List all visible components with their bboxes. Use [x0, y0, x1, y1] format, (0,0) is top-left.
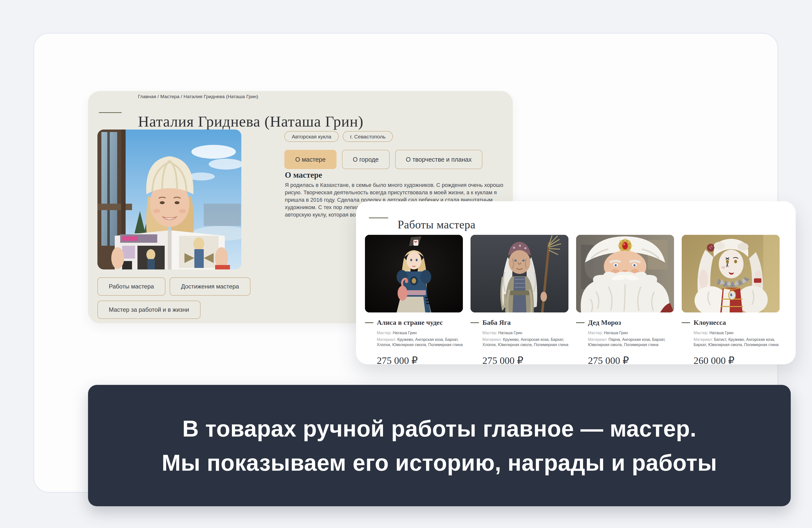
material-label: Материал: — [694, 337, 713, 342]
product-image-alice[interactable] — [365, 235, 463, 312]
product-price: 275 000 ₽ — [482, 355, 568, 366]
tab-about-city[interactable]: О городе — [342, 150, 390, 169]
product-card-klounessa[interactable]: Клоунесса Мастер: Наташа Грин Материал: … — [682, 235, 780, 366]
master-photo — [98, 130, 241, 269]
works-title-dash-decoration — [369, 218, 388, 218]
achievements-button[interactable]: Достижения мастера — [170, 277, 250, 296]
product-name-row[interactable]: Баба Яга — [470, 318, 568, 327]
product-name-row[interactable]: Дед Мороз — [576, 318, 674, 327]
name-dash-decoration — [365, 322, 373, 323]
product-meta: Мастер: Наташа Грин Материал: Парча, Анг… — [588, 330, 675, 347]
product-meta: Мастер: Наташа Грин Материал: Кружево, А… — [377, 330, 463, 347]
master-label: Мастер: — [694, 331, 708, 335]
material-label: Материал: — [377, 337, 396, 342]
name-dash-decoration — [682, 322, 690, 323]
works-panel: Работы мастера — [356, 201, 796, 364]
tab-about-plans[interactable]: О творчестве и планах — [395, 150, 483, 169]
breadcrumb[interactable]: Главная / Мастера / Наталия Гриднева (На… — [138, 94, 258, 99]
banner-line-2: Мы показываем его историю, награды и раб… — [162, 446, 717, 480]
profile-tabs: О мастере О городе О творчестве и планах — [284, 150, 482, 169]
master-value: Наташа Грин — [604, 331, 628, 335]
material-label: Материал: — [482, 337, 502, 342]
name-dash-decoration — [470, 322, 479, 323]
master-value: Наташа Грин — [498, 331, 522, 335]
product-card-alice[interactable]: Алиса в стране чудес Мастер: Наташа Грин… — [365, 235, 463, 366]
tag-row: Авторская кукла г. Севастополь — [284, 131, 393, 142]
product-name-row[interactable]: Алиса в стране чудес — [365, 318, 463, 327]
tag-author-doll[interactable]: Авторская кукла — [284, 131, 339, 142]
master-photo-illustration — [98, 130, 241, 269]
baba-yaga-doll-illustration — [470, 235, 568, 312]
title-dash-decoration — [99, 112, 122, 113]
master-label: Мастер: — [588, 331, 603, 335]
about-heading: О мастере — [285, 171, 322, 180]
product-image-ded-moroz[interactable] — [576, 235, 674, 312]
master-at-work-button[interactable]: Мастер за работой и в жизни — [98, 300, 201, 319]
promo-banner: В товарах ручной работы главное — мастер… — [88, 385, 791, 506]
master-value: Наташа Грин — [393, 331, 417, 335]
works-title: Работы мастера — [397, 218, 476, 231]
product-cards-row: Алиса в стране чудес Мастер: Наташа Грин… — [365, 235, 780, 366]
material-label: Материал: — [588, 337, 608, 342]
product-name[interactable]: Алиса в стране чудес — [377, 319, 443, 326]
alice-doll-illustration — [365, 235, 463, 312]
tag-city[interactable]: г. Севастополь — [343, 131, 393, 142]
klounessa-doll-illustration — [682, 235, 780, 312]
ded-moroz-doll-illustration — [576, 235, 674, 312]
product-card-ded-moroz[interactable]: Дед Мороз Мастер: Наташа Грин Материал: … — [576, 235, 674, 366]
product-image-baba-yaga[interactable] — [470, 235, 568, 312]
master-label: Мастер: — [377, 331, 392, 335]
product-name[interactable]: Баба Яга — [482, 319, 511, 326]
master-label: Мастер: — [482, 331, 497, 335]
banner-line-1: В товарах ручной работы главное — мастер… — [182, 412, 696, 446]
product-name[interactable]: Клоунесса — [694, 319, 726, 326]
app-window: Главная / Мастера / Наталия Гриднева (На… — [33, 33, 778, 493]
master-value: Наташа Грин — [709, 331, 734, 335]
name-dash-decoration — [576, 322, 584, 323]
product-price: 275 000 ₽ — [588, 355, 674, 366]
product-name-row[interactable]: Клоунесса — [682, 318, 780, 327]
works-of-master-button[interactable]: Работы мастера — [98, 277, 165, 296]
product-name[interactable]: Дед Мороз — [588, 319, 621, 326]
product-image-klounessa[interactable] — [682, 235, 780, 312]
tab-about-master[interactable]: О мастере — [284, 150, 336, 169]
product-meta: Мастер: Наташа Грин Материал: Кружево, А… — [482, 330, 569, 347]
product-meta: Мастер: Наташа Грин Материал: Батист, Кр… — [694, 330, 780, 347]
product-card-baba-yaga[interactable]: Баба Яга Мастер: Наташа Грин Материал: К… — [470, 235, 568, 366]
product-price: 260 000 ₽ — [694, 355, 780, 366]
page-background: Главная / Мастера / Наталия Гриднева (На… — [0, 0, 812, 528]
product-price: 275 000 ₽ — [377, 355, 463, 366]
